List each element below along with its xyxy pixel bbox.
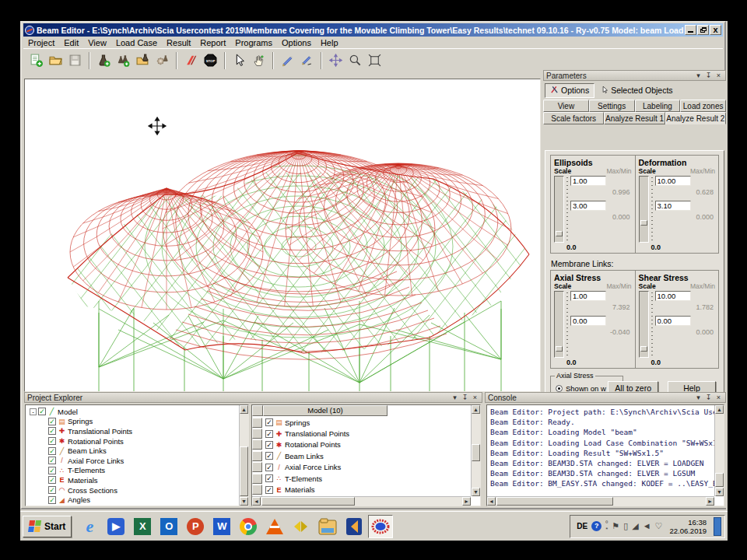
pin-icon[interactable]: ↧ — [461, 394, 469, 402]
parameters-header[interactable]: Parameters ▾ ↧ × — [543, 70, 726, 81]
taskbar-app-beam-editor[interactable] — [368, 515, 393, 538]
tree-item-model[interactable]: -✓╱Model — [28, 407, 248, 417]
menu-view[interactable]: View — [83, 38, 111, 47]
slider-thumb[interactable] — [556, 346, 563, 352]
title-bar[interactable]: Beam Editor - E:\Synch\Archiv\Scia Userc… — [23, 23, 723, 37]
scroll-left-icon[interactable]: ◄ — [252, 497, 261, 506]
checkbox[interactable]: ✓ — [48, 457, 56, 464]
scrollbar-thumb[interactable] — [240, 446, 248, 496]
checkbox[interactable]: ✓ — [48, 496, 56, 504]
menu-load-case[interactable]: Load Case — [111, 38, 162, 47]
scale-slider[interactable] — [554, 291, 564, 358]
menu-programs[interactable]: Programs — [230, 38, 277, 47]
pin-icon[interactable]: ↧ — [704, 72, 713, 80]
tab-scale-factors[interactable]: Scale factors — [543, 112, 604, 124]
scrollbar-thumb[interactable] — [472, 444, 480, 461]
row-header-cell[interactable] — [252, 418, 262, 428]
fit-view-button[interactable] — [365, 51, 384, 70]
panel-menu-icon[interactable]: ▾ — [451, 394, 459, 402]
tree-item-springs[interactable]: ✓▤Springs — [28, 417, 248, 427]
scroll-down-icon[interactable]: ▼ — [715, 488, 724, 496]
grid-row-springs[interactable]: ✓▤Springs — [252, 417, 480, 428]
grid-row-t-elements[interactable]: ✓∴T-Elements — [252, 473, 480, 484]
console-horizontal-scrollbar[interactable]: ◄ ► — [487, 496, 714, 506]
stop-calculation-button[interactable]: STOP — [201, 51, 220, 70]
taskbar-app-movies-tv[interactable]: ▶ — [103, 515, 128, 538]
speaker-icon[interactable]: ◄ — [643, 521, 651, 531]
grid-row-rotational-points[interactable]: ✓✱Rotational Points — [252, 439, 480, 450]
language-indicator[interactable]: DE — [577, 522, 587, 530]
scale-slider[interactable] — [639, 176, 649, 243]
menu-report[interactable]: Report — [195, 38, 230, 47]
panel-menu-icon[interactable]: ▾ — [694, 72, 703, 80]
tree-item-cross-sections[interactable]: ✓◠Cross Sections — [28, 485, 248, 495]
scroll-up-icon[interactable]: ▲ — [240, 405, 248, 414]
menu-help[interactable]: Help — [316, 38, 343, 47]
checkbox[interactable]: ✓ — [265, 430, 273, 438]
scale-max-input[interactable] — [570, 176, 606, 186]
checkbox[interactable]: ✓ — [48, 486, 56, 494]
move-view-button[interactable] — [326, 51, 345, 70]
row-header-cell[interactable] — [252, 429, 262, 439]
grid-row-materials[interactable]: ✓EMaterials — [252, 484, 480, 495]
checkbox[interactable]: ✓ — [48, 506, 56, 506]
tab-analyze-result-2[interactable]: Analyze Result 2 — [665, 112, 726, 124]
tab-load-zones[interactable]: Load zones — [680, 100, 726, 112]
grid-horizontal-scrollbar[interactable]: ◄ ► — [252, 496, 471, 506]
select-arrow-button[interactable] — [230, 51, 249, 70]
draw-pen-button[interactable] — [278, 51, 297, 70]
taskbar-app-chrome[interactable] — [236, 515, 261, 538]
signal-icon[interactable]: ◢ — [632, 521, 638, 531]
tree-item-angles[interactable]: ✓◢Angles — [28, 495, 248, 505]
close-button[interactable]: x — [710, 25, 721, 35]
save-model-button[interactable] — [65, 51, 85, 70]
taskbar-app-outlook[interactable]: O — [156, 515, 181, 538]
tree-item-beam-links[interactable]: ✓╱Beam Links — [28, 446, 248, 456]
panel-menu-icon[interactable]: ▾ — [694, 394, 703, 402]
tree-item-axial-force-links[interactable]: ✓/Axial Force Links — [28, 456, 248, 466]
checkbox[interactable]: ✓ — [265, 486, 273, 494]
checkbox[interactable]: ✓ — [48, 427, 56, 435]
scroll-left-icon[interactable]: ◄ — [487, 497, 496, 506]
scroll-up-icon[interactable]: ▲ — [472, 405, 480, 414]
tab-view[interactable]: View — [543, 100, 589, 112]
taskbar-app-file-manager[interactable] — [315, 515, 340, 538]
scale-min-input[interactable] — [655, 316, 691, 326]
scale-slider[interactable] — [639, 291, 649, 358]
scroll-right-icon[interactable]: ► — [706, 497, 714, 506]
taskbar-app-powerpoint[interactable]: P — [183, 515, 208, 538]
scroll-down-icon[interactable]: ▼ — [240, 497, 248, 506]
tree-item-t-elements[interactable]: ✓∴T-Elements — [28, 466, 248, 476]
scale-max-input[interactable] — [655, 176, 691, 186]
heart-icon[interactable]: ♡ — [655, 521, 663, 531]
draw-pen-alt-button[interactable] — [297, 51, 317, 70]
tab-labeling[interactable]: Labeling — [635, 100, 681, 112]
open-model-button[interactable] — [46, 51, 65, 70]
row-header-cell[interactable] — [252, 439, 262, 450]
console-header[interactable]: Console ▾ ↧ × — [485, 392, 726, 403]
model-grid[interactable]: Model (10) ✓▤Springs✓✚Translational Poin… — [251, 404, 481, 506]
help-tray-icon[interactable]: ? — [591, 521, 601, 531]
slider-thumb[interactable] — [640, 220, 647, 226]
input-mode-icon[interactable]: º* — [605, 520, 608, 533]
model-tree[interactable]: -✓╱Model✓▤Springs✓✚Translational Points✓… — [25, 404, 249, 506]
mode-tab-options[interactable]: Options — [545, 83, 594, 98]
checkbox[interactable]: ✓ — [265, 474, 273, 482]
row-header-cell[interactable] — [252, 485, 262, 495]
checkbox[interactable]: ✓ — [48, 476, 56, 484]
taskbar-app-vlc[interactable] — [262, 515, 287, 538]
checkbox[interactable]: ✓ — [265, 464, 273, 471]
slider-thumb[interactable] — [556, 231, 563, 236]
checkbox[interactable]: ✓ — [48, 418, 56, 425]
grid-vertical-scrollbar[interactable]: ▲ ▼ — [471, 405, 480, 496]
load-case-settings-button[interactable] — [153, 51, 172, 70]
close-icon[interactable]: × — [714, 394, 723, 402]
show-desktop-strip[interactable] — [714, 517, 721, 536]
scroll-down-icon[interactable]: ▼ — [472, 488, 480, 496]
new-model-button[interactable] — [26, 51, 46, 70]
tab-settings[interactable]: Settings — [589, 100, 635, 112]
checkbox[interactable]: ✓ — [265, 441, 273, 449]
taskbar-app-blue-viewer[interactable] — [342, 515, 366, 538]
project-explorer-header[interactable]: Project Explorer ▾ ↧ × — [24, 392, 482, 403]
delete-results-button[interactable] — [181, 51, 201, 70]
